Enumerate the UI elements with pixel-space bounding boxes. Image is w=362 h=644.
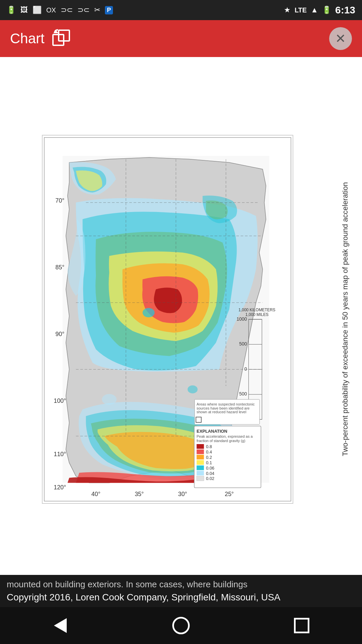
- main-content: 70° 85° 90° 100° 110° 120° 40° 35° 30° 2…: [0, 57, 362, 575]
- svg-text:0.4: 0.4: [206, 449, 212, 454]
- lte-icon: LTE: [295, 6, 307, 14]
- app-bar: Chart ✕: [0, 20, 362, 57]
- chart-container: 70° 85° 90° 100° 110° 120° 40° 35° 30° 2…: [3, 67, 359, 572]
- svg-point-5: [142, 308, 155, 317]
- svg-text:35°: 35°: [135, 491, 144, 497]
- svg-text:Peak acceleration, expressed a: Peak acceleration, expressed as a: [197, 434, 253, 438]
- app-bar-left: Chart: [10, 29, 71, 49]
- svg-marker-2: [53, 31, 59, 33]
- back-icon: [54, 618, 67, 633]
- svg-text:shown at reduced hazard level: shown at reduced hazard level: [197, 410, 246, 414]
- svg-text:100°: 100°: [54, 397, 66, 404]
- voicemail-icon: ⊃⊂: [61, 6, 73, 14]
- svg-text:1000: 1000: [237, 316, 247, 322]
- svg-text:500: 500: [239, 391, 247, 396]
- bottom-text-bar: mounted on building exteriors. In some c…: [0, 575, 362, 607]
- battery-warning-icon: 🔋: [7, 6, 16, 14]
- status-bar: 🔋 🖼 ⬜ OX ⊃⊂ ⊃⊂ ✂ P ★ LTE ▲ 🔋 6:13: [0, 0, 362, 20]
- svg-text:1,000 MILES: 1,000 MILES: [245, 312, 268, 317]
- svg-text:0.8: 0.8: [206, 444, 212, 449]
- svg-text:0.02: 0.02: [206, 476, 214, 481]
- parking-icon: P: [105, 6, 113, 14]
- home-button[interactable]: [169, 614, 193, 637]
- svg-text:30°: 30°: [178, 491, 187, 497]
- home-icon: [172, 617, 190, 634]
- status-icons-left: 🔋 🖼 ⬜ OX ⊃⊂ ⊃⊂ ✂ P: [7, 6, 113, 14]
- battery-icon: 🔋: [322, 6, 331, 14]
- svg-point-7: [188, 385, 198, 393]
- svg-text:85°: 85°: [55, 264, 64, 271]
- svg-text:120°: 120°: [54, 484, 66, 491]
- svg-rect-42: [197, 444, 204, 449]
- clock: 6:13: [335, 4, 355, 16]
- svg-text:0.04: 0.04: [206, 471, 214, 476]
- svg-text:90°: 90°: [55, 331, 64, 337]
- svg-text:500: 500: [239, 341, 247, 346]
- close-button[interactable]: ✕: [329, 27, 352, 50]
- recents-button[interactable]: [290, 614, 313, 637]
- svg-text:EXPLANATION: EXPLANATION: [197, 429, 228, 434]
- outlook-icon: OX: [46, 6, 56, 14]
- svg-text:0.06: 0.06: [206, 466, 214, 471]
- back-button[interactable]: [49, 614, 72, 637]
- svg-text:0: 0: [244, 366, 247, 372]
- svg-text:1,000 KILOMETERS: 1,000 KILOMETERS: [239, 308, 276, 312]
- image-icon: 🖼: [20, 6, 28, 14]
- svg-text:0.1: 0.1: [206, 460, 212, 465]
- bottom-text-line2: Copyright 2016, Loren Cook Company, Spri…: [7, 591, 355, 604]
- close-icon: ✕: [335, 32, 346, 45]
- scissors-icon: ✂: [94, 6, 100, 14]
- voicemail2-icon: ⊃⊂: [77, 6, 89, 14]
- svg-text:40°: 40°: [92, 491, 101, 497]
- nav-bar: [0, 607, 362, 644]
- recents-icon: [294, 618, 309, 633]
- svg-text:fraction of standard gravity (: fraction of standard gravity (g): [197, 439, 245, 443]
- rotate-icon[interactable]: [51, 29, 71, 49]
- svg-text:Areas where suspected nontecto: Areas where suspected nontectonic: [197, 402, 255, 406]
- svg-rect-52: [197, 471, 204, 476]
- svg-rect-50: [197, 466, 204, 470]
- square-icon: ⬜: [33, 6, 42, 14]
- app-bar-title: Chart: [10, 31, 45, 47]
- svg-text:0.2: 0.2: [206, 455, 212, 460]
- map-wrapper: 70° 85° 90° 100° 110° 120° 40° 35° 30° 2…: [3, 135, 332, 504]
- svg-text:sources have been identified a: sources have been identified are: [197, 406, 250, 410]
- signal-icon: ▲: [311, 6, 318, 14]
- svg-text:70°: 70°: [55, 197, 64, 204]
- status-icons-right: ★ LTE ▲ 🔋 6:13: [284, 4, 355, 16]
- svg-text:25°: 25°: [225, 491, 234, 497]
- seismic-map: 70° 85° 90° 100° 110° 120° 40° 35° 30° 2…: [42, 135, 293, 504]
- svg-rect-54: [197, 476, 204, 481]
- svg-rect-44: [197, 449, 204, 454]
- bottom-text-line1: mounted on building exteriors. In some c…: [7, 578, 355, 590]
- svg-rect-46: [197, 455, 204, 460]
- svg-point-6: [102, 394, 117, 405]
- svg-rect-48: [197, 460, 204, 465]
- y-axis-label: Two-percent probability of exceedance in…: [332, 168, 359, 470]
- svg-text:110°: 110°: [54, 451, 66, 458]
- bluetooth-icon: ★: [284, 6, 291, 14]
